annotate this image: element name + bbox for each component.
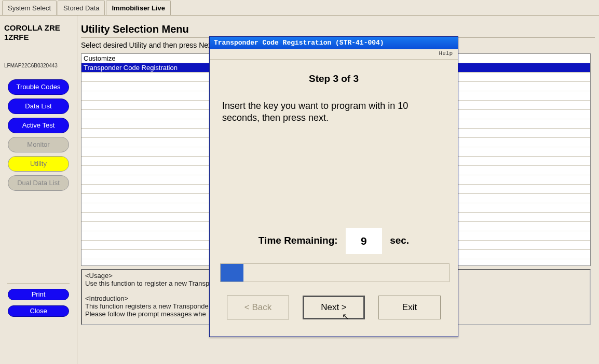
tab-bar: System Select Stored Data Immobiliser Li… <box>0 0 599 16</box>
data-list-button[interactable]: Data List <box>8 99 69 114</box>
dual-data-list-button: Dual Data List <box>8 175 69 191</box>
utility-button[interactable]: Utility <box>8 156 69 172</box>
exit-button[interactable]: Exit <box>378 296 441 319</box>
trouble-codes-button[interactable]: Trouble Codes <box>8 79 69 95</box>
time-unit: sec. <box>390 235 409 246</box>
vertical-divider <box>77 16 77 364</box>
next-button[interactable]: Next > <box>303 296 365 319</box>
progress-bar <box>220 263 450 282</box>
map-id: LFMAP22C6B0320443 <box>3 47 74 76</box>
active-test-button[interactable]: Active Test <box>8 118 69 133</box>
vehicle-title: COROLLA ZRE 1ZRFE <box>3 21 74 47</box>
time-value: 9 <box>346 228 382 254</box>
tab-stored-data[interactable]: Stored Data <box>58 1 105 15</box>
dialog-menubar: Help <box>210 49 458 60</box>
close-button[interactable]: Close <box>8 305 69 317</box>
transponder-dialog: Transponder Code Registration (STR-41-00… <box>209 36 458 337</box>
back-button: < Back <box>227 296 289 319</box>
step-indicator: Step 3 of 3 <box>220 73 447 85</box>
progress-fill <box>221 264 243 282</box>
time-remaining: Time Remaining: 9 sec. <box>220 228 447 254</box>
page-title: Utility Selection Menu <box>81 17 595 37</box>
time-label: Time Remaining: <box>258 235 338 246</box>
help-menu[interactable]: Help <box>439 50 453 57</box>
sidebar: COROLLA ZRE 1ZRFE LFMAP22C6B0320443 Trou… <box>0 17 77 364</box>
print-button[interactable]: Print <box>8 289 69 300</box>
tab-system-select[interactable]: System Select <box>2 1 57 15</box>
monitor-button: Monitor <box>8 137 69 152</box>
divider <box>7 283 70 284</box>
dialog-title: Transponder Code Registration (STR-41-00… <box>210 37 458 49</box>
instruction-text: Insert the key you want to program with … <box>220 100 447 124</box>
tab-immobiliser-live[interactable]: Immobiliser Live <box>106 1 171 15</box>
